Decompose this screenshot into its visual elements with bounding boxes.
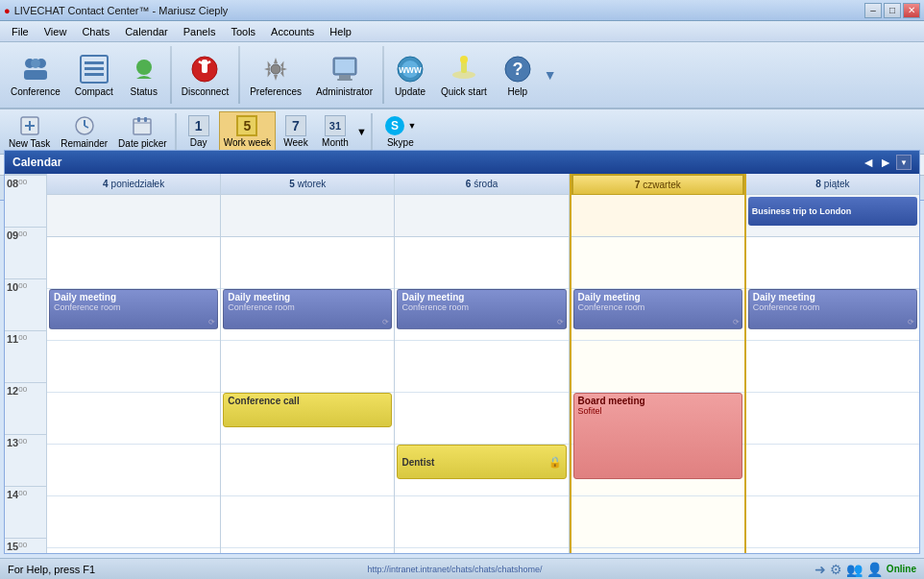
week-button[interactable]: 7 Week — [277, 111, 315, 152]
help-label: Help — [508, 86, 528, 97]
event-daily-meeting-1[interactable]: Daily meeting Conference room ⟳ — [223, 289, 392, 329]
event-business-trip[interactable]: Business trip to London — [748, 197, 917, 226]
quickstart-button[interactable]: Quick start — [434, 44, 494, 106]
svg-rect-32 — [137, 117, 140, 122]
status-button[interactable]: Status — [121, 44, 167, 106]
datepicker-button[interactable]: Date picker — [113, 111, 172, 152]
administrator-label: Administrator — [316, 86, 373, 97]
disconnect-icon — [189, 54, 220, 84]
svg-point-8 — [136, 60, 152, 75]
cal-prev-button[interactable]: ◄ — [862, 155, 875, 170]
menu-help[interactable]: Help — [322, 21, 359, 41]
titlebar: ● LIVECHAT Contact Center™ - Mariusz Cie… — [0, 0, 924, 21]
calendar-scroll-area[interactable]: 0800 0900 1000 1100 1200 — [5, 174, 919, 553]
preferences-icon — [260, 54, 291, 84]
toolbar2-sep-1 — [175, 113, 177, 150]
lock-icon: 🔒 — [548, 456, 562, 469]
newtask-button[interactable]: New Task — [4, 111, 55, 152]
event-daily-meeting-2[interactable]: Daily meeting Conference room ⟳ — [397, 289, 566, 329]
month-icon: 31 — [325, 115, 346, 136]
week-label: Week — [283, 137, 307, 148]
allday-area-3 — [571, 195, 744, 237]
event-daily-meeting-4[interactable]: Daily meeting Conference room ⟳ — [748, 289, 917, 329]
event-title: Conference call — [228, 396, 387, 406]
conference-label: Conference — [11, 86, 61, 97]
event-daily-meeting-0[interactable]: Daily meeting Conference room ⟳ — [49, 289, 218, 329]
statusbar-right: ➜ ⚙ 👥 👤 Online — [815, 562, 916, 577]
menu-chats[interactable]: Chats — [74, 21, 117, 41]
administrator-button[interactable]: Administrator — [309, 44, 379, 106]
status-icon — [129, 54, 159, 84]
allday-area-0 — [47, 195, 220, 237]
preferences-label: Preferences — [250, 86, 302, 97]
remainder-button[interactable]: Remainder — [56, 111, 112, 152]
workweek-icon: 5 — [236, 115, 257, 136]
menu-file[interactable]: File — [4, 21, 36, 41]
main-window: ● LIVECHAT Contact Center™ - Mariusz Cie… — [0, 0, 924, 579]
day-name-0: poniedziałek — [111, 179, 165, 189]
menu-panels[interactable]: Panels — [176, 21, 224, 41]
svg-rect-30 — [134, 119, 151, 134]
svg-rect-13 — [335, 60, 354, 73]
menu-view[interactable]: View — [36, 21, 75, 41]
disconnect-button[interactable]: Disconnect — [175, 44, 235, 106]
svg-point-2 — [31, 59, 40, 68]
time-slots: 0800 0900 1000 1100 1200 — [5, 176, 46, 553]
svg-text:?: ? — [512, 60, 523, 79]
skype-button[interactable]: S ▼ Skype — [376, 111, 426, 152]
conference-button[interactable]: Conference — [4, 44, 67, 106]
close-button[interactable]: ✕ — [903, 3, 920, 18]
preferences-button[interactable]: Preferences — [243, 44, 308, 106]
skype-icon: S — [384, 115, 405, 136]
help-button[interactable]: ? Help — [495, 44, 541, 106]
time-slot-0800: 0800 — [5, 176, 46, 228]
datepicker-icon — [131, 114, 154, 137]
day-header-3: 7 czwartek — [571, 174, 744, 195]
cal-next-button[interactable]: ► — [879, 155, 892, 170]
toolbar-sep-1 — [170, 46, 172, 104]
time-slot-1500: 1500 — [5, 539, 46, 553]
day-timegrid-4: Daily meeting Conference room ⟳ — [746, 237, 919, 553]
menu-tools[interactable]: Tools — [223, 21, 263, 41]
disconnect-label: Disconnect — [182, 86, 229, 97]
event-icon: ⟳ — [208, 318, 215, 326]
svg-rect-7 — [85, 73, 104, 76]
skype-arrow[interactable]: ▼ — [407, 121, 416, 131]
minimize-button[interactable]: – — [864, 3, 882, 18]
cal-menu-button[interactable]: ▼ — [896, 155, 912, 170]
day-num-1: 5 — [289, 179, 295, 189]
maximize-button[interactable]: □ — [884, 3, 901, 18]
day-name-3: czwartek — [643, 180, 680, 190]
day-header-4: 8 piątek — [746, 174, 919, 195]
menu-accounts[interactable]: Accounts — [263, 21, 322, 41]
month-button[interactable]: 31 Month — [316, 111, 354, 152]
compact-button[interactable]: Compact — [68, 44, 120, 106]
svg-text:www: www — [398, 64, 422, 75]
time-slot-0900: 0900 — [5, 228, 46, 279]
event-board-meeting[interactable]: Board meeting Sofitel — [573, 393, 742, 479]
time-slot-1200: 1200 — [5, 383, 46, 435]
event-title: Dentist — [401, 457, 434, 468]
event-daily-meeting-3[interactable]: Daily meeting Conference room ⟳ — [573, 289, 742, 329]
day-button[interactable]: 1 Day — [180, 111, 218, 152]
statusbar-arrow-icon[interactable]: ➜ — [815, 562, 826, 577]
event-title: Daily meeting — [753, 292, 912, 302]
toolbar-expand-button[interactable]: ▼ — [542, 65, 559, 84]
compact-icon — [79, 54, 109, 84]
update-button[interactable]: www Update — [387, 44, 433, 106]
workweek-button[interactable]: 5 Work week — [219, 111, 276, 152]
statusbar-people-icon[interactable]: 👥 — [846, 562, 863, 577]
statusbar-gear-icon[interactable]: ⚙ — [830, 562, 842, 577]
event-dentist[interactable]: Dentist 🔒 — [397, 445, 566, 479]
statusbar-person-icon[interactable]: 👤 — [866, 562, 883, 577]
menu-calendar[interactable]: Calendar — [117, 21, 176, 41]
event-subtitle: Conference room — [54, 302, 213, 312]
event-conference-call[interactable]: Conference call — [223, 393, 392, 427]
svg-point-21 — [460, 56, 468, 63]
svg-rect-33 — [144, 117, 147, 122]
svg-rect-3 — [24, 70, 47, 80]
toolbar2-sep-2 — [371, 113, 373, 150]
titlebar-controls: – □ ✕ — [864, 3, 920, 18]
event-subtitle: Conference room — [401, 302, 561, 312]
view-expand-button[interactable]: ▼ — [355, 126, 368, 137]
